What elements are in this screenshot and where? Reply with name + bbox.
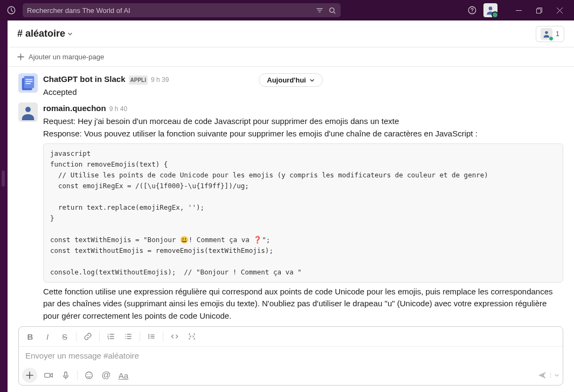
send-button[interactable]	[537, 370, 559, 380]
chevron-down-icon	[67, 31, 73, 37]
svg-point-1	[330, 8, 334, 12]
code-block[interactable]: javascript function removeEmojis(text) {…	[43, 143, 563, 283]
blockquote-button[interactable]	[143, 329, 160, 344]
minimize-button[interactable]	[508, 3, 529, 18]
message-request-line: Request: Hey j'ai besoin d'un morceau de…	[43, 115, 563, 128]
chevron-down-icon	[309, 78, 315, 83]
help-button[interactable]	[465, 3, 479, 17]
member-count-text: 1	[556, 30, 559, 38]
history-back-button[interactable]	[4, 3, 18, 17]
add-bookmark-label: Ajouter un marque-page	[29, 53, 104, 61]
channel-view: # aléatoire 1 Ajouter un marque-page	[8, 20, 574, 392]
workspace-sidebar	[0, 20, 8, 392]
video-button[interactable]	[40, 368, 57, 383]
link-button[interactable]	[80, 329, 96, 344]
svg-rect-5	[536, 9, 541, 13]
maximize-button[interactable]	[529, 3, 549, 18]
audio-button[interactable]	[58, 368, 74, 383]
search-placeholder: Rechercher dans The World of AI	[27, 6, 311, 15]
strike-button[interactable]: S	[57, 329, 73, 344]
message-list[interactable]: Aujourd'hui ChatGPT bot in Slack APPLI 9…	[8, 67, 574, 326]
member-count-button[interactable]: 1	[536, 26, 564, 42]
svg-point-13	[125, 334, 126, 335]
member-avatar	[541, 28, 552, 40]
sidebar-selected-indicator	[2, 170, 5, 187]
close-button[interactable]	[549, 3, 570, 18]
message[interactable]: romain.quechon 9 h 40 Request: Hey j'ai …	[8, 100, 574, 324]
svg-point-20	[90, 374, 91, 374]
filter-icon[interactable]	[315, 6, 324, 15]
channel-name-text: # aléatoire	[17, 28, 65, 39]
channel-header: # aléatoire 1	[8, 20, 574, 47]
codeblock-button[interactable]	[184, 329, 200, 344]
attach-button[interactable]	[22, 368, 37, 383]
format-toggle-button[interactable]: Aa	[115, 368, 132, 383]
window-controls	[508, 3, 570, 18]
titlebar: Rechercher dans The World of AI	[0, 0, 574, 20]
svg-point-14	[125, 336, 126, 337]
svg-point-12	[25, 107, 31, 112]
add-bookmark-button[interactable]: Ajouter un marque-page	[17, 53, 104, 61]
send-options-button[interactable]	[550, 373, 559, 378]
composer-actions: @ Aa	[19, 366, 563, 385]
message-explanation: Cette fonction utilise une expression ré…	[43, 286, 563, 322]
message-response-line: Response: Vous pouvez utiliser la foncti…	[43, 128, 563, 140]
svg-rect-17	[65, 372, 67, 376]
svg-point-18	[86, 372, 93, 379]
search-icon[interactable]	[328, 6, 336, 15]
message-time: 9 h 40	[109, 104, 127, 114]
ordered-list-button[interactable]	[103, 329, 119, 344]
bullet-list-button[interactable]	[120, 329, 136, 344]
search-box[interactable]: Rechercher dans The World of AI	[23, 3, 341, 17]
date-divider-button[interactable]: Aujourd'hui	[259, 73, 322, 87]
svg-rect-16	[45, 373, 50, 377]
italic-button[interactable]: I	[39, 329, 56, 344]
message-input[interactable]: Envoyer un message #aléatoire	[19, 347, 563, 366]
svg-point-6	[545, 31, 548, 33]
mention-button[interactable]: @	[98, 368, 114, 383]
message-composer: B I S Envoyer un message #aléatoire	[18, 326, 563, 386]
code-button[interactable]	[167, 329, 183, 344]
svg-point-19	[87, 374, 88, 374]
message-author[interactable]: romain.quechon	[43, 102, 106, 115]
bookmarks-bar: Ajouter un marque-page	[8, 47, 574, 67]
date-divider-label: Aujourd'hui	[267, 76, 306, 84]
plus-icon	[17, 53, 24, 60]
message-body: Accepted	[43, 86, 563, 99]
user-avatar	[18, 102, 38, 122]
format-toolbar: B I S	[19, 327, 563, 347]
user-avatar[interactable]	[483, 3, 497, 17]
svg-point-4	[489, 6, 493, 10]
svg-point-15	[125, 338, 126, 339]
svg-point-3	[472, 12, 472, 12]
bold-button[interactable]: B	[22, 329, 38, 344]
channel-name-button[interactable]: # aléatoire	[17, 28, 73, 39]
emoji-button[interactable]	[81, 368, 97, 383]
